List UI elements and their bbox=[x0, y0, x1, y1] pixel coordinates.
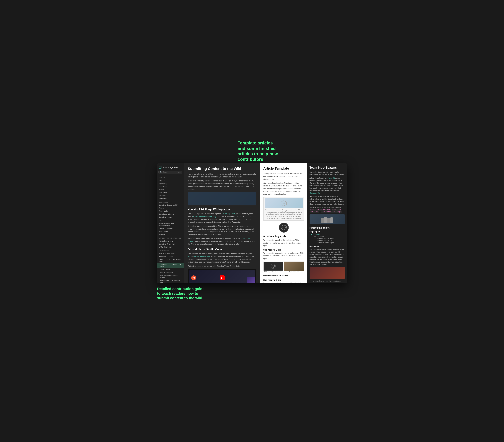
search-shortcut: Ctrl+K bbox=[177, 171, 181, 173]
subheading2-desc: Write about a sub-section of the topic a… bbox=[263, 252, 304, 260]
subheading3-desc: Write about a topic. This section title … bbox=[263, 282, 304, 283]
vscode-link[interactable]: Visual Studio Code bbox=[194, 255, 210, 257]
svg-text:</>: </> bbox=[282, 226, 286, 229]
sidebar-item-ugc-knowhow[interactable]: UGC Know-how bbox=[157, 246, 184, 248]
sidebar-item-node-data[interactable]: Node Data bbox=[157, 210, 184, 212]
search-icon: 🔍 bbox=[160, 171, 162, 173]
sidebar-item-scripting-knowhow[interactable]: Scripting Know-how bbox=[157, 242, 184, 246]
app-title: TSG Forge Wiki bbox=[163, 166, 178, 169]
video-embed[interactable]: ▶ Using Git with Visual Studio Code (Off… bbox=[188, 269, 256, 283]
svg-text:</>: </> bbox=[283, 202, 287, 205]
sidebar-item-folder-template[interactable]: Folder template bbox=[157, 271, 184, 274]
sidebar-item-lighting[interactable]: Lighting bbox=[157, 194, 184, 197]
sidebar-item-nodes[interactable]: Nodes bbox=[157, 206, 184, 210]
img1-caption: TSG logo in the node graph bbox=[264, 271, 283, 273]
forge-section-label: FORGE bbox=[157, 176, 184, 179]
article-template-panel: Article Template Shortly describe the to… bbox=[260, 163, 307, 283]
sidebar-item-scripting-basics[interactable]: Scripting Basics and UI bbox=[157, 203, 184, 206]
search-box[interactable]: 🔍 Ctrl+K bbox=[159, 171, 182, 174]
sidebar-item-metadata[interactable]: Metadata and File Management bbox=[157, 222, 184, 227]
sidebar-item-modes[interactable]: Modes bbox=[157, 188, 184, 191]
top-game-image bbox=[309, 214, 345, 224]
sidebar-item-content-browser[interactable]: Content Browser bbox=[157, 227, 184, 230]
page-title: Submitting Content to the Wiki bbox=[188, 167, 256, 171]
sidebar-item-multiplayer[interactable]: Multiplayer bbox=[157, 230, 184, 233]
cat-image bbox=[284, 262, 304, 271]
play-button[interactable]: ▶ bbox=[220, 275, 225, 280]
scripting-section-label: SCRIPTING bbox=[157, 200, 184, 203]
section1-p3: If you'd prefer to submit info via other… bbox=[188, 237, 256, 246]
object-path-title: Object path bbox=[309, 230, 345, 233]
img2-caption: Mysterious cat bbox=[289, 271, 299, 273]
team-intro-p4: The object names for the Team Intro Spaw… bbox=[309, 206, 345, 213]
sidebar-item-layout[interactable]: Layout bbox=[157, 179, 184, 182]
team-intro-panel: Team Intro Spawns Team Intro Spawns are … bbox=[307, 163, 347, 283]
sidebar-item-standards[interactable]: Standards bbox=[157, 197, 184, 200]
guides-section-label: GUIDES AND KNOWLEDGE bbox=[157, 236, 184, 239]
top-middle-annotation: Template articles and some finished arti… bbox=[238, 140, 293, 162]
sidebar: ⬡ TSG Forge Wiki 🔍 Ctrl+K FORGE Layout S… bbox=[157, 163, 184, 283]
annotations-row: Detailed contribution guide to teach rea… bbox=[157, 285, 347, 302]
svg-text:</>: </> bbox=[272, 266, 274, 267]
sidebar-item-theater[interactable]: Theater bbox=[157, 233, 184, 236]
git-link[interactable]: Git bbox=[188, 255, 190, 257]
game-image-caption: A good placement of a Team Intro Spawn bbox=[309, 280, 345, 283]
intro-p2: In order to efficiently submit content t… bbox=[188, 179, 256, 190]
gitbook-link[interactable]: GitBook documentation page bbox=[193, 216, 217, 218]
git-logo-icon bbox=[191, 275, 196, 280]
bottom-left-annotation: Detailed contribution guide to teach rea… bbox=[157, 286, 234, 301]
code-arrow-right: Team Intro Arrow Right bbox=[321, 211, 342, 213]
main-content-panel: Submitting Content to the Wiki How to co… bbox=[184, 163, 260, 283]
red-base-image bbox=[309, 267, 345, 279]
tree-item-arrow-right: — Team Intro Arrow Right bbox=[314, 242, 345, 244]
sidebar-item-highlight-content[interactable]: Highlight Content bbox=[157, 255, 184, 258]
sidebar-item-gitbook-docs[interactable]: Official GitBook Feature Docs bbox=[157, 279, 184, 283]
heading1-title: First heading 1 title bbox=[263, 235, 304, 238]
video-thumbnail[interactable]: ▶ bbox=[189, 270, 255, 283]
img1-shield: </> bbox=[263, 262, 283, 271]
section1-p2: It's easiest for the moderators of this … bbox=[188, 225, 256, 236]
wiki-screenshot bbox=[188, 192, 256, 205]
tree-branch: — Intro Flow — Team Intro Arrow Front — … bbox=[312, 235, 345, 244]
more-text: More text here about the topic. bbox=[263, 274, 304, 277]
sidebar-item-navmesh[interactable]: Nav Mesh bbox=[157, 191, 184, 194]
search-input[interactable] bbox=[163, 171, 176, 173]
sidebar-item-gameplay[interactable]: Gameplay bbox=[157, 185, 184, 188]
bottom-left-annotation-container: Detailed contribution guide to teach rea… bbox=[157, 285, 234, 302]
sidebar-item-forge-knowhow[interactable]: Forge Know-how bbox=[157, 239, 184, 242]
placement-p1: The Team Intro Spawn should be placed wh… bbox=[309, 248, 345, 266]
object-path-tree: ▶ Gameplay — Intro Flow — Team Intro Arr… bbox=[309, 233, 345, 244]
intro-p1: How to contribute to the addition of con… bbox=[188, 173, 256, 178]
sidebar-item-submitting[interactable]: Submitting Content to the Wiki bbox=[157, 263, 184, 268]
template-title: Article Template bbox=[263, 167, 304, 170]
app-logo: ⬡ TSG Forge Wiki bbox=[157, 165, 184, 171]
sidebar-item-scripters-guild[interactable]: The Scripter's Guild bbox=[157, 252, 184, 255]
team-intro-title: Team Intro Spawns bbox=[309, 166, 345, 169]
img1-container: </> TSG logo in the node graph bbox=[263, 262, 283, 273]
section2-title: Git and Visual Studio Code bbox=[188, 248, 256, 251]
shield-logo-container: </> bbox=[263, 223, 304, 232]
ugc-section-label: UGC bbox=[157, 218, 184, 222]
discord-link[interactable]: scripting wiki Discord bbox=[188, 237, 251, 242]
sidebar-item-style-guide[interactable]: Style Guide bbox=[157, 268, 184, 271]
gameplay-start-link[interactable]: Gameplay Start bbox=[309, 192, 321, 194]
template-desc-p1: Shortly describe the topic in this descr… bbox=[263, 172, 304, 180]
subheading2-title: Sub-heading 2 title bbox=[263, 249, 304, 251]
team-intro-p2: A Team Intro Spawn is a Forge Kit object… bbox=[309, 177, 345, 194]
section1-p1: The TSG Forge Wiki is based on a public … bbox=[188, 212, 256, 223]
tree-root-gameplay: ▶ Gameplay bbox=[311, 233, 345, 235]
github-link[interactable]: GitHub repository bbox=[222, 213, 236, 215]
community-section-label: COMMUNITY bbox=[157, 248, 184, 252]
section1-title: How the TSG Forge Wiki operates bbox=[188, 208, 256, 211]
img2-container: Mysterious cat bbox=[284, 262, 304, 273]
sidebar-item-scriptable-objects[interactable]: Scriptable Objects bbox=[157, 212, 184, 215]
forge-kit-link[interactable]: Forge Kit bbox=[328, 177, 335, 179]
sidebar-item-contributing[interactable]: Contributing to TSG Forge Wiki bbox=[157, 258, 184, 263]
sidebar-item-scripting-terms[interactable]: Scripting Terms bbox=[157, 215, 184, 218]
subheading3-title: Sub-heading 3 title bbox=[263, 279, 304, 281]
section2-p2: Watch this video to get started with Git… bbox=[188, 265, 256, 267]
sidebar-item-markdown-rules[interactable]: Markdown Formatting Rules bbox=[157, 274, 184, 279]
placing-title: Placing the object bbox=[309, 226, 345, 229]
sidebar-item-spawning[interactable]: Spawning bbox=[157, 182, 184, 185]
small-shield-icon: </> bbox=[271, 264, 276, 269]
